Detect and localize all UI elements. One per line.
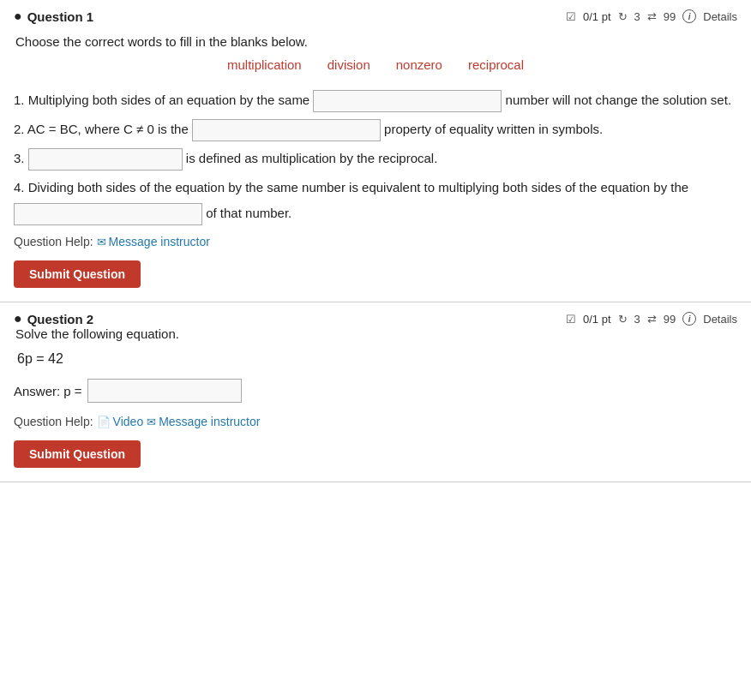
q2-message-instructor-link[interactable]: ✉ Message instructor	[147, 415, 260, 428]
q2-help-label: Question Help:	[14, 415, 93, 428]
page-wrapper: ● Question 1 ☑ 0/1 pt ↻ 3 ⇄ 99 i Details…	[0, 0, 751, 482]
q1-submit-button[interactable]: Submit Question	[14, 260, 141, 288]
info-icon-q2[interactable]: i	[682, 312, 696, 326]
mail-icon-q1: ✉	[97, 236, 106, 248]
stmt2-after: property of equality written in symbols.	[384, 122, 603, 136]
mail-icon-q2: ✉	[147, 416, 156, 428]
blank-input-3[interactable]	[28, 148, 183, 171]
info-icon-q1[interactable]: i	[682, 9, 696, 23]
q1-details[interactable]: Details	[703, 10, 737, 23]
question2-block: ● Question 2 ☑ 0/1 pt ↻ 3 ⇄ 99 i Details…	[0, 302, 751, 482]
checkbox-icon-q1: ☑	[566, 10, 576, 23]
q1-help-label: Question Help:	[14, 235, 93, 248]
checkbox-icon-q2: ☑	[566, 313, 576, 326]
q1-attempts: 99	[664, 10, 676, 23]
question1-label: Question 1	[27, 9, 94, 24]
word-bank-multiplication: multiplication	[227, 57, 302, 72]
q1-message-label: Message instructor	[109, 235, 210, 248]
stmt3-before: 3.	[14, 151, 25, 165]
q2-undo-count: 3	[634, 313, 640, 326]
q2-answer-prefix: Answer: p =	[14, 384, 82, 398]
q2-video-label: Video	[113, 415, 144, 428]
q2-video-link[interactable]: 📄 Video	[97, 415, 144, 428]
q2-equation: 6p = 42	[17, 351, 737, 367]
q1-help: Question Help: ✉ Message instructor	[14, 235, 737, 248]
q1-score: 0/1 pt	[583, 10, 611, 23]
q2-instruction: Solve the following equation.	[15, 326, 737, 341]
blank-input-1[interactable]	[313, 90, 502, 112]
q2-answer-input[interactable]	[87, 379, 242, 403]
blank-input-4[interactable]	[14, 203, 202, 225]
stmt4-before: 4. Dividing both sides of the equation b…	[14, 180, 688, 194]
q2-help: Question Help: 📄 Video ✉ Message instruc…	[14, 415, 737, 428]
q1-message-instructor-link[interactable]: ✉ Message instructor	[97, 235, 210, 248]
refresh-icon-q1[interactable]: ⇄	[647, 10, 657, 23]
q1-undo-count: 3	[634, 10, 640, 23]
stmt1-after: number will not change the solution set.	[506, 93, 732, 107]
word-bank-reciprocal: reciprocal	[468, 57, 524, 72]
stmt1-before: 1. Multiplying both sides of an equation…	[14, 93, 309, 107]
q2-message-label: Message instructor	[159, 415, 260, 428]
q2-attempts: 99	[664, 313, 676, 326]
q1-instruction: Choose the correct words to fill in the …	[15, 34, 737, 49]
refresh-icon-q2[interactable]: ⇄	[647, 313, 657, 326]
word-bank-division: division	[327, 57, 370, 72]
question2-meta: ☑ 0/1 pt ↻ 3 ⇄ 99 i Details	[566, 312, 737, 326]
word-bank: multiplication division nonzero reciproc…	[14, 57, 737, 72]
q2-score: 0/1 pt	[583, 313, 611, 326]
question1-header: ● Question 1 ☑ 0/1 pt ↻ 3 ⇄ 99 i Details	[14, 9, 737, 24]
stmt4-after: of that number.	[206, 206, 291, 220]
q2-details[interactable]: Details	[703, 313, 737, 326]
q2-answer-line: Answer: p =	[14, 379, 737, 403]
question2-title: ● Question 2	[14, 311, 93, 326]
statement2: 2. AC = BC, where C ≠ 0 is the property …	[14, 117, 737, 142]
undo-icon-q1[interactable]: ↻	[618, 10, 628, 23]
question2-label: Question 2	[27, 312, 94, 326]
statement1: 1. Multiplying both sides of an equation…	[14, 87, 737, 113]
q2-equation-text: 6p = 42	[17, 351, 63, 366]
q2-submit-button[interactable]: Submit Question	[14, 440, 141, 468]
question2-header: ● Question 2 ☑ 0/1 pt ↻ 3 ⇄ 99 i Details	[14, 311, 737, 326]
video-icon-q2: 📄	[97, 416, 111, 428]
question1-block: ● Question 1 ☑ 0/1 pt ↻ 3 ⇄ 99 i Details…	[0, 0, 751, 302]
stmt3-after: is defined as multiplication by the reci…	[186, 151, 437, 165]
statement4: 4. Dividing both sides of the equation b…	[14, 175, 737, 226]
question1-title: ● Question 1	[14, 9, 93, 24]
word-bank-nonzero: nonzero	[396, 57, 442, 72]
fill-blank-section: 1. Multiplying both sides of an equation…	[14, 87, 737, 226]
bullet-q2: ●	[14, 311, 22, 326]
stmt2-before: 2. AC = BC, where C ≠ 0 is the	[14, 122, 189, 136]
statement3: 3. is defined as multiplication by the r…	[14, 146, 737, 171]
blank-input-2[interactable]	[192, 119, 381, 141]
undo-icon-q2[interactable]: ↻	[618, 313, 628, 326]
question1-meta: ☑ 0/1 pt ↻ 3 ⇄ 99 i Details	[566, 9, 737, 23]
bullet-q1: ●	[14, 9, 22, 24]
